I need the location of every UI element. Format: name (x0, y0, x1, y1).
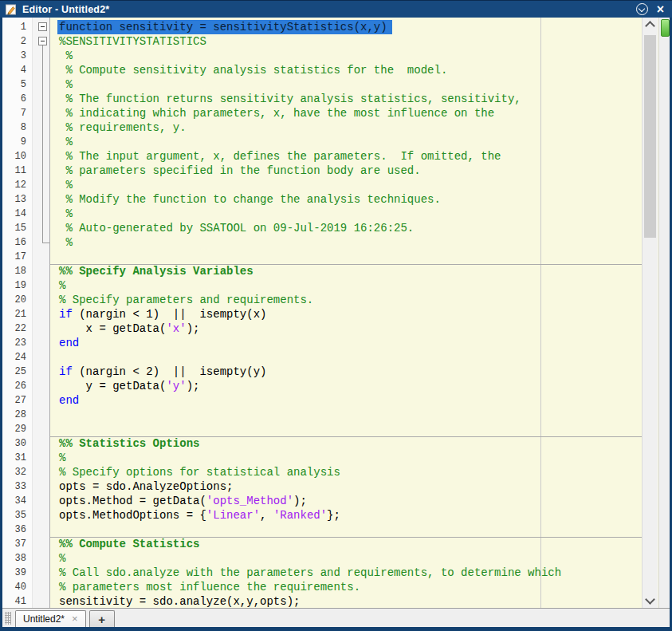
scroll-up-button[interactable] (643, 18, 658, 32)
line-number[interactable]: 18 (2, 264, 32, 278)
line-number[interactable]: 39 (2, 566, 32, 580)
line-number[interactable]: 34 (2, 494, 32, 508)
code-line[interactable] (50, 350, 642, 365)
line-number[interactable]: 12 (2, 178, 32, 192)
code-line[interactable] (50, 523, 642, 537)
line-number[interactable]: 11 (2, 164, 32, 178)
code-line[interactable] (50, 422, 642, 436)
line-number[interactable]: 17 (2, 250, 32, 264)
code-line[interactable]: % Compute sensitivity analysis statistic… (50, 63, 642, 77)
line-number[interactable]: 15 (2, 221, 32, 235)
line-number[interactable]: 1 (2, 20, 32, 34)
code-line[interactable]: % (50, 235, 642, 250)
line-number[interactable]: 16 (2, 235, 32, 250)
line-number[interactable]: 5 (2, 77, 32, 92)
code-line[interactable]: % (50, 178, 642, 192)
line-number[interactable]: 23 (2, 336, 32, 350)
line-number[interactable]: 2 (2, 34, 32, 49)
line-number[interactable]: 6 (2, 92, 32, 106)
line-number[interactable]: 3 (2, 49, 32, 63)
line-number[interactable]: 35 (2, 508, 32, 523)
code-line[interactable]: %% Compute Statistics (50, 537, 642, 551)
line-number[interactable]: 31 (2, 451, 32, 465)
code-line[interactable]: % Specify parameters and requirements. (50, 293, 642, 307)
code-line[interactable] (50, 408, 642, 422)
code-line[interactable]: opts = sdo.AnalyzeOptions; (50, 479, 642, 494)
line-number[interactable]: 8 (2, 120, 32, 135)
line-number[interactable]: 10 (2, 149, 32, 164)
code-line[interactable]: % Auto-generated by SSATOOL on 09-Jul-20… (50, 221, 642, 235)
tab-untitled2[interactable]: Untitled2* × (15, 610, 86, 627)
fold-collapse-icon[interactable] (38, 37, 47, 45)
line-number[interactable]: 27 (2, 393, 32, 408)
line-number[interactable]: 24 (2, 350, 32, 365)
code-line[interactable]: % indicating which parameters, x, have t… (50, 106, 642, 120)
code-line[interactable]: % (50, 207, 642, 221)
line-number-gutter[interactable]: 1234567891011121314151617181920212223242… (2, 18, 32, 608)
line-number[interactable]: 19 (2, 278, 32, 293)
line-number[interactable]: 28 (2, 408, 32, 422)
code-line[interactable]: % (50, 551, 642, 566)
line-number[interactable]: 30 (2, 436, 32, 451)
line-number[interactable]: 4 (2, 63, 32, 77)
scroll-down-button[interactable] (643, 594, 658, 608)
line-number[interactable]: 20 (2, 293, 32, 307)
fold-collapse-icon[interactable] (38, 22, 47, 31)
code-area[interactable]: function sensitivity = sensitivityStatis… (49, 18, 642, 608)
line-number[interactable]: 32 (2, 465, 32, 479)
code-line[interactable]: %% Statistics Options (50, 436, 642, 451)
code-line[interactable]: % Modify the function to change the anal… (50, 192, 642, 207)
code-line[interactable]: % (50, 451, 642, 465)
line-number[interactable]: 38 (2, 551, 32, 566)
line-number[interactable]: 29 (2, 422, 32, 436)
close-icon[interactable]: × (657, 4, 664, 15)
code-line[interactable]: opts.Method = getData('opts_Method'); (50, 494, 642, 508)
line-number[interactable]: 41 (2, 594, 32, 608)
code-line[interactable]: % The input argument, x, defines the par… (50, 149, 642, 164)
line-number[interactable]: 37 (2, 537, 32, 551)
code-line[interactable] (50, 250, 642, 264)
line-number[interactable]: 26 (2, 379, 32, 393)
code-line[interactable]: sensitivity = sdo.analyze(x,y,opts); (50, 594, 642, 608)
code-line[interactable]: % requirements, y. (50, 120, 642, 135)
code-line[interactable]: % Specify options for statistical analys… (50, 465, 642, 479)
code-line[interactable]: x = getData('x'); (50, 321, 642, 336)
code-line[interactable]: if (nargin < 2) || isempty(y) (50, 365, 642, 379)
code-line[interactable]: % parameters specified in the function b… (50, 164, 642, 178)
tab-close-icon[interactable]: × (72, 615, 78, 623)
vertical-scrollbar[interactable] (642, 18, 658, 608)
dock-menu-button[interactable] (636, 3, 648, 15)
code-fold-margin[interactable] (32, 18, 49, 608)
code-line[interactable]: % Call sdo.analyze with the parameters a… (50, 566, 642, 580)
code-line[interactable]: opts.MethodOptions = {'Linear', 'Ranked'… (50, 508, 642, 523)
code-line[interactable]: % (50, 49, 642, 63)
code-line[interactable]: end (50, 393, 642, 408)
code-line[interactable]: % (50, 77, 642, 92)
selected-text[interactable]: function sensitivity = sensitivityStatis… (57, 20, 392, 34)
line-number[interactable]: 13 (2, 192, 32, 207)
line-number[interactable]: 7 (2, 106, 32, 120)
line-number[interactable]: 21 (2, 307, 32, 321)
code-line[interactable]: % (50, 135, 642, 149)
new-tab-button[interactable]: + (89, 610, 115, 627)
code-line[interactable]: %% Specify Analysis Variables (50, 264, 642, 278)
line-number[interactable]: 36 (2, 523, 32, 537)
code-text: % requirements, y. (59, 121, 187, 134)
code-line[interactable]: % parameters most influence the requirem… (50, 580, 642, 594)
code-line[interactable]: if (nargin < 1) || isempty(x) (50, 307, 642, 321)
code-line[interactable]: %SENSITIVITYSTATISTICS (50, 34, 642, 49)
line-number[interactable]: 14 (2, 207, 32, 221)
scrollbar-thumb[interactable] (644, 35, 656, 238)
code-line[interactable]: function sensitivity = sensitivityStatis… (50, 20, 642, 34)
line-number[interactable]: 9 (2, 135, 32, 149)
tabbar-grip[interactable] (5, 612, 11, 625)
code-analyzer-ok-indicator[interactable] (661, 19, 670, 37)
line-number[interactable]: 22 (2, 321, 32, 336)
code-line[interactable]: y = getData('y'); (50, 379, 642, 393)
code-line[interactable]: % The function returns sensitivity analy… (50, 92, 642, 106)
line-number[interactable]: 25 (2, 365, 32, 379)
code-line[interactable]: % (50, 278, 642, 293)
code-line[interactable]: end (50, 336, 642, 350)
line-number[interactable]: 40 (2, 580, 32, 594)
line-number[interactable]: 33 (2, 479, 32, 494)
